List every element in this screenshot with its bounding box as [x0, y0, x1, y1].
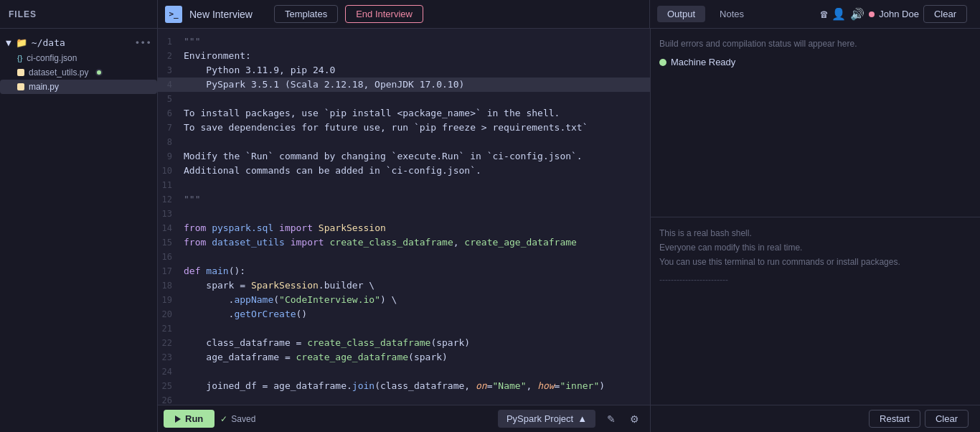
py-file-icon-main [17, 83, 24, 90]
code-line-21: 21 [158, 321, 650, 336]
sidebar-file-ci-config[interactable]: {} ci-config.json [0, 51, 157, 65]
notes-tab[interactable]: Notes [710, 6, 754, 22]
top-clear-button[interactable]: Clear [923, 5, 967, 23]
end-interview-button[interactable]: End Interview [345, 5, 423, 23]
code-line-19: 19 .appName("CodeInterview.io") \ [158, 293, 650, 307]
code-line-15: 15 from dataset_utils import create_clas… [158, 235, 650, 250]
saved-check-icon: ✓ [220, 414, 227, 424]
file-name-dataset-utils: dataset_utils.py [29, 67, 88, 78]
editor-header: >_ New Interview Templates End Interview [158, 0, 650, 28]
user-add-icon[interactable]: 👤 [831, 7, 846, 21]
terminal-icon: >_ [165, 6, 182, 23]
code-line-6: 6 To install packages, use `pip install … [158, 106, 650, 121]
user-badge: John Doe [869, 9, 919, 19]
file-name-main: main.py [29, 82, 59, 92]
volume-icon[interactable]: 🔊 [850, 7, 864, 21]
code-line-8: 8 [158, 135, 650, 149]
main-content: ▼ 📁 ~/data ••• {} ci-config.json dataset… [0, 29, 980, 432]
code-line-1: 1 """ [158, 34, 650, 49]
files-label: FILES [9, 9, 37, 19]
files-panel: FILES [0, 0, 158, 28]
editor-bottom-bar: Run ✓ Saved PySpark Project ▲ ✎ ⚙ [158, 405, 650, 432]
recording-indicator [95, 69, 103, 76]
restart-button[interactable]: Restart [869, 410, 920, 428]
run-label: Run [185, 413, 203, 424]
editor-area: 1 """ 2 Environment: 3 Python 3.11.9, pi… [158, 29, 650, 432]
code-line-18: 18 spark = SparkSession.builder \ [158, 278, 650, 293]
folder-icon: 📁 [16, 37, 27, 48]
sidebar-file-dataset-utils[interactable]: dataset_utils.py [0, 65, 157, 80]
user-name: John Doe [879, 9, 919, 19]
code-line-11: 11 [158, 178, 650, 192]
shell-line-3: You can use this terminal to run command… [659, 255, 971, 269]
code-line-24: 24 [158, 365, 650, 379]
code-line-22: 22 class_dataframe = create_class_datafr… [158, 336, 650, 350]
play-icon [175, 415, 181, 423]
file-name-ci-config: ci-config.json [27, 53, 77, 63]
output-panel: Build errors and compilation status will… [650, 29, 980, 432]
code-editor[interactable]: 1 """ 2 Environment: 3 Python 3.11.9, pi… [158, 29, 650, 405]
code-line-16: 16 [158, 250, 650, 264]
py-file-icon-dataset [17, 69, 24, 76]
more-icon[interactable]: ••• [135, 37, 151, 48]
machine-ready-label: Machine Ready [671, 57, 735, 67]
shell-line-1: This is a real bash shell. [659, 226, 971, 240]
json-file-icon: {} [17, 54, 22, 62]
code-line-26: 26 [158, 393, 650, 405]
folder-arrow-icon: ▼ [6, 37, 11, 48]
templates-button[interactable]: Templates [274, 5, 338, 23]
output-top-section: Build errors and compilation status will… [651, 29, 980, 217]
run-button[interactable]: Run [164, 410, 215, 428]
project-label: PySpark Project [507, 413, 573, 424]
code-line-10: 10 Additional commands can be added in `… [158, 164, 650, 178]
code-line-25: 25 joined_df = age_dataframe.join(class_… [158, 379, 650, 393]
project-actions: ✎ ⚙ [601, 409, 644, 429]
shell-divider: ------------------------ [659, 273, 971, 287]
chevron-up-icon: ▲ [578, 413, 587, 424]
code-line-9: 9 Modify the `Run` command by changing `… [158, 149, 650, 164]
code-line-12: 12 """ [158, 192, 650, 207]
shell-line-2: Everyone can modify this in real time. [659, 240, 971, 255]
code-line-5: 5 [158, 92, 650, 106]
code-line-7: 7 To save dependencies for future use, r… [158, 121, 650, 135]
code-line-17: 17 def main(): [158, 264, 650, 278]
code-line-3: 3 Python 3.11.9, pip 24.0 [158, 63, 650, 78]
code-line-23: 23 age_dataframe = create_age_dataframe(… [158, 350, 650, 365]
sidebar: ▼ 📁 ~/data ••• {} ci-config.json dataset… [0, 29, 158, 432]
bottom-clear-button[interactable]: Clear [925, 410, 969, 428]
machine-ready-indicator: Machine Ready [659, 57, 971, 67]
output-placeholder-text: Build errors and compilation status will… [659, 37, 971, 51]
code-line-14: 14 from pyspark.sql import SparkSession [158, 221, 650, 235]
user-status-dot [869, 11, 875, 17]
machine-ready-dot [659, 59, 666, 66]
settings-project-button[interactable]: ⚙ [624, 409, 644, 429]
saved-indicator: ✓ Saved [220, 414, 255, 424]
output-panel-header: Output Notes ☎ 👤 🔊 John Doe Clear [650, 0, 980, 28]
folder-label: ~/data [32, 37, 65, 48]
output-bottom-section[interactable]: This is a real bash shell. Everyone can … [651, 217, 980, 405]
code-line-4: 4 PySpark 3.5.1 (Scala 2.12.18, OpenJDK … [158, 78, 650, 92]
top-bar: FILES >_ New Interview Templates End Int… [0, 0, 980, 29]
edit-project-button[interactable]: ✎ [601, 409, 621, 429]
interview-title: New Interview [189, 9, 253, 20]
project-selector[interactable]: PySpark Project ▲ [498, 410, 595, 428]
sidebar-folder[interactable]: ▼ 📁 ~/data ••• [0, 34, 157, 51]
saved-label: Saved [231, 414, 255, 424]
code-line-20: 20 .getOrCreate() [158, 307, 650, 321]
output-tab[interactable]: Output [657, 6, 705, 22]
output-shell-text: This is a real bash shell. Everyone can … [659, 226, 971, 288]
code-line-13: 13 [158, 207, 650, 221]
code-line-2: 2 Environment: [158, 49, 650, 63]
sidebar-file-main[interactable]: main.py [0, 80, 157, 94]
phone-icon[interactable]: ☎ [821, 7, 828, 21]
output-panel-bottom-bar: Restart Clear [651, 405, 980, 432]
